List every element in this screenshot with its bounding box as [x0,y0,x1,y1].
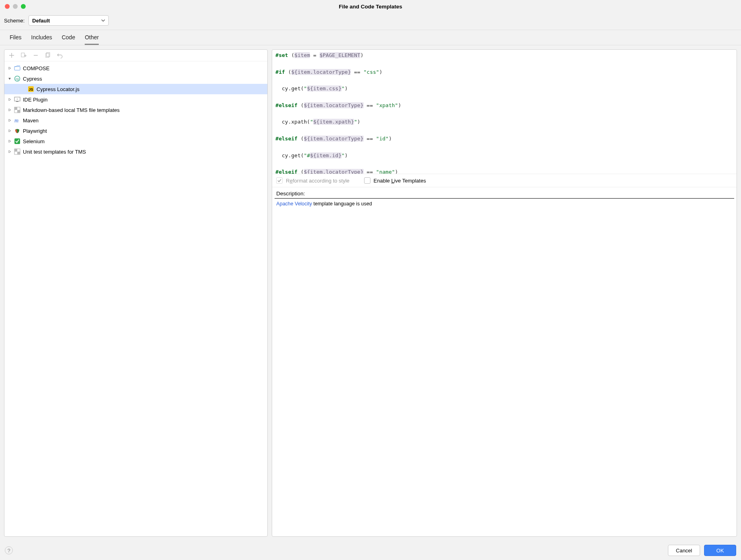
reformat-checkbox: Reformat according to style [276,177,349,184]
code-line: cy.get("${item.css}") [275,85,733,93]
tab-files[interactable]: Files [10,34,22,45]
checker-icon [14,148,20,155]
titlebar: File and Code Templates [0,0,741,13]
reformat-label: Reformat according to style [286,178,349,184]
tree-item-label: COMPOSE [23,65,49,71]
tree-item[interactable]: Markdown-based local TMS file templates [4,105,267,115]
svg-rect-3 [14,67,20,70]
tree-item[interactable]: COMPOSE [4,63,267,73]
chevron-right-icon[interactable] [7,107,12,113]
template-editor-pane: #set ($item = $PAGE_ELEMENT) #if (${item… [272,49,737,537]
chevron-down-icon [101,18,105,22]
tab-code[interactable]: Code [62,34,75,45]
svg-rect-18 [17,152,20,154]
svg-rect-12 [14,107,17,110]
code-line: #elseif (${item.locatorType} == "name") [275,168,733,174]
chevron-right-icon[interactable] [7,149,12,154]
tree-item[interactable]: IDE Plugin [4,94,267,105]
add-icon[interactable] [8,52,15,59]
tree-item-label: Cypress Locator.js [37,86,79,92]
description-tail: template language is used [312,201,372,207]
template-tree-pane: COMPOSEcyCypressJSCypress Locator.jsIDE … [4,49,268,537]
code-line: #set ($item = $PAGE_ELEMENT) [275,51,733,60]
svg-point-9 [17,99,18,99]
tree-item-label: Cypress [23,76,42,82]
chevron-down-icon[interactable] [7,76,12,81]
playwright-icon [14,128,20,134]
tree-item[interactable]: Unit test templates for TMS [4,146,267,157]
svg-rect-13 [17,110,20,113]
options-row: Reformat according to style Enable Live … [272,174,737,187]
svg-rect-17 [14,149,17,152]
code-line: #elseif (${item.locatorType} == "id") [275,135,733,143]
undo-icon[interactable] [57,52,63,59]
ok-button[interactable]: OK [704,545,736,556]
tree-item-label: Unit test templates for TMS [23,149,86,155]
maven-icon: m [14,117,20,124]
selenium-icon [14,138,20,144]
window-title: File and Code Templates [0,4,741,10]
code-line: cy.xpath("${item.xpath}") [275,118,733,126]
main-split: COMPOSEcyCypressJSCypress Locator.jsIDE … [0,45,741,541]
template-tree[interactable]: COMPOSEcyCypressJSCypress Locator.jsIDE … [4,61,267,536]
tree-item-label: IDE Plugin [23,97,47,103]
code-line: cy.get("#${item.id}") [275,152,733,160]
chevron-right-icon[interactable] [7,128,12,134]
tab-other[interactable]: Other [85,34,99,45]
tree-item[interactable]: Selenium [4,136,267,146]
remove-icon[interactable] [33,52,39,59]
scheme-value: Default [32,18,50,24]
copy-icon[interactable] [45,52,51,59]
ide-icon [14,96,20,103]
footer: ? Cancel OK [0,541,741,560]
help-button[interactable]: ? [5,546,13,554]
tree-item[interactable]: Playwright [4,126,267,136]
checker-icon [14,107,20,113]
tree-item[interactable]: cyCypress [4,73,267,84]
description-body: Apache Velocity template language is use… [272,199,737,536]
live-templates-checkbox[interactable]: Enable Live Templates [364,177,426,184]
code-line: #if (${item.locatorType} == "css") [275,68,733,77]
svg-text:JS: JS [28,87,33,91]
chevron-right-icon[interactable] [7,138,12,144]
checkbox-unchecked-icon [364,177,370,184]
scheme-row: Scheme: Default [0,13,741,30]
scheme-combobox[interactable]: Default [28,15,109,26]
js-icon: JS [28,86,34,92]
chevron-right-icon[interactable] [7,65,12,71]
checkbox-checked-icon [276,177,283,184]
tab-includes[interactable]: Includes [31,34,52,45]
tree-item[interactable]: JSCypress Locator.js [4,84,267,94]
apache-velocity-link[interactable]: Apache Velocity [276,201,312,207]
chevron-right-icon[interactable] [7,118,12,123]
template-code-editor[interactable]: #set ($item = $PAGE_ELEMENT) #if (${item… [272,50,737,174]
tree-item-label: Playwright [23,128,47,134]
live-templates-label: Enable Live Templates [374,178,426,184]
tree-toolbar [4,50,267,61]
footer-buttons: Cancel OK [668,545,736,556]
tree-item[interactable]: mMaven [4,115,267,126]
tree-item-label: Maven [23,118,39,124]
svg-rect-10 [16,101,18,102]
scheme-label: Scheme: [4,18,24,24]
description-heading: Description: [272,187,737,198]
cypress-icon: cy [14,75,20,82]
code-line: #elseif (${item.locatorType} == "xpath") [275,101,733,110]
folder-compose-icon [14,65,20,71]
tab-bar: FilesIncludesCodeOther [0,30,741,45]
tree-item-label: Selenium [23,138,45,144]
svg-text:m: m [14,118,18,124]
tree-item-label: Markdown-based local TMS file templates [23,107,120,113]
chevron-right-icon[interactable] [7,97,12,102]
cancel-button[interactable]: Cancel [668,545,700,556]
add-sibling-icon[interactable] [20,52,27,59]
svg-text:cy: cy [16,77,19,81]
svg-rect-0 [21,53,24,57]
